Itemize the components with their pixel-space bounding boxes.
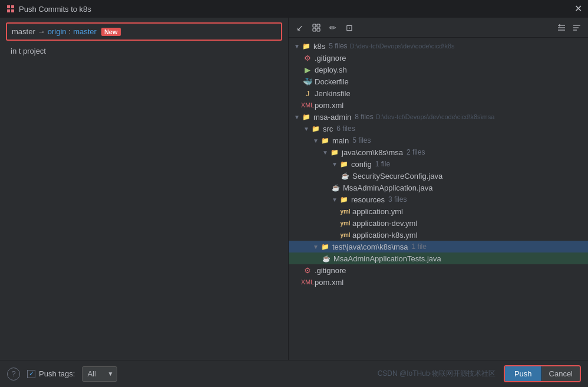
tree-file-gitignore-1[interactable]: ⚙ .gitignore [289, 52, 588, 64]
file-label: application-k8s.yml [352, 231, 418, 240]
tree-file-security[interactable]: ☕ SecuritySecureConfig.java [289, 170, 588, 182]
close-button[interactable]: ✕ [574, 4, 582, 14]
tree-file-jenkinsfile[interactable]: J Jenkinsfile [289, 87, 588, 99]
chevron-down-icon: ▼ [303, 125, 310, 132]
file-label: application-dev.yml [352, 219, 417, 228]
push-tags-text: Push tags: [39, 369, 75, 378]
watermark-text: CSDN @IoTHub·物联网开源技术社区 [378, 369, 495, 379]
folder-label: src [323, 124, 333, 133]
file-label: .gitignore [315, 54, 346, 63]
push-cancel-group: Push Cancel [504, 365, 581, 382]
svg-rect-6 [313, 28, 316, 31]
tree-folder-config[interactable]: ▼ 📁 config 1 file [289, 158, 588, 170]
left-panel: master → origin : master New in t projec… [0, 18, 289, 360]
folder-label: test\java\com\k8s\msa [332, 242, 408, 251]
sort-icon[interactable] [570, 21, 583, 34]
xml-icon: XML [303, 100, 312, 110]
folder-icon: 📁 [339, 195, 349, 204]
tree-folder-msa-admin[interactable]: ▼ 📁 msa-admin 8 files D:\dev-tct\Devops\… [289, 111, 588, 123]
folder-label: msa-admin [313, 113, 351, 122]
help-button[interactable]: ? [7, 368, 20, 381]
file-tree: ▼ 📁 k8s 5 files D:\dev-tct\Devops\dev\co… [289, 38, 588, 360]
checkbox-check-icon: ✓ [29, 370, 34, 378]
push-tags-dropdown[interactable]: All ▼ [82, 366, 117, 382]
folder-path: D:\dev-tct\Devops\dev\code\cicd\k8s [350, 42, 455, 50]
right-toolbar: ↙ ✏ ⊡ [289, 18, 588, 38]
svg-rect-2 [7, 9, 10, 12]
folder-meta: 1 file [412, 242, 427, 251]
file-label: SecuritySecureConfig.java [352, 172, 442, 181]
file-label: .gitignore [315, 266, 346, 275]
chevron-down-icon: ▼ [312, 137, 319, 144]
jenkins-icon: J [303, 88, 312, 98]
file-label: application.yml [352, 207, 403, 216]
yml-icon: yml [341, 206, 350, 216]
tree-file-pom-2[interactable]: XML pom.xml [289, 276, 588, 288]
bottom-left: ? ✓ Push tags: All ▼ [7, 366, 117, 382]
square-icon[interactable]: ⊡ [343, 21, 356, 34]
group-icon[interactable] [555, 21, 568, 34]
cancel-button[interactable]: Cancel [542, 366, 580, 381]
svg-rect-7 [317, 28, 320, 31]
toolbar-right [555, 21, 583, 34]
tree-folder-src[interactable]: ▼ 📁 src 6 files [289, 123, 588, 135]
dropdown-value: All [87, 369, 95, 378]
gitignore-icon: ⚙ [303, 53, 312, 63]
chevron-down-icon: ▼ [331, 196, 338, 203]
branch-to-link[interactable]: master [73, 27, 97, 36]
folder-meta: 3 files [388, 195, 407, 204]
folder-path: D:\dev-tct\Devops\dev\code\cicd\k8s\msa [376, 113, 495, 120]
folder-label: k8s [313, 42, 325, 51]
new-badge: New [101, 28, 121, 36]
push-tags-checkbox[interactable]: ✓ [27, 370, 35, 378]
tree-folder-resources[interactable]: ▼ 📁 resources 3 files [289, 194, 588, 205]
folder-meta: 8 files [355, 113, 373, 121]
grid-icon[interactable] [310, 21, 323, 34]
window-title: Push Commits to k8s [19, 5, 91, 14]
file-label: Jenkinsfile [315, 89, 351, 98]
bottom-bar: ? ✓ Push tags: All ▼ CSDN @IoTHub·物联网开源技… [0, 360, 588, 387]
svg-rect-1 [11, 5, 14, 8]
java-icon: ☕ [341, 171, 350, 181]
arrow-down-icon[interactable]: ↙ [293, 21, 306, 34]
left-content: master → origin : master New in t projec… [0, 18, 288, 360]
docker-icon: 🐳 [303, 77, 312, 86]
svg-rect-0 [7, 5, 10, 8]
folder-meta: 5 files [329, 42, 347, 50]
chevron-down-icon: ▼ [312, 243, 319, 250]
commit-text: in t project [11, 47, 46, 55]
folder-icon: 📁 [339, 159, 349, 169]
tree-folder-java-path[interactable]: ▼ 📁 java\com\k8s\msa 2 files [289, 146, 588, 158]
tree-folder-test[interactable]: ▼ 📁 test\java\com\k8s\msa 1 file [289, 241, 588, 252]
edit-icon[interactable]: ✏ [326, 21, 339, 34]
tree-file-gitignore-2[interactable]: ⚙ .gitignore [289, 264, 588, 276]
commit-row: in t project [6, 44, 282, 58]
tree-folder-k8s[interactable]: ▼ 📁 k8s 5 files D:\dev-tct\Devops\dev\co… [289, 40, 588, 52]
folder-label: main [332, 136, 349, 145]
branch-row: master → origin : master New [6, 22, 282, 41]
tree-file-msa-tests[interactable]: ☕ MsaAdminApplicationTests.java [289, 252, 588, 264]
tree-folder-main[interactable]: ▼ 📁 main 5 files [289, 135, 588, 146]
tree-file-msa-app[interactable]: ☕ MsaAdminApplication.java [289, 182, 588, 194]
tree-file-app-yml[interactable]: yml application.yml [289, 205, 588, 217]
tree-file-dockerfile[interactable]: 🐳 Dockerfile [289, 76, 588, 87]
app-icon [6, 4, 15, 14]
file-label: MsaAdminApplicationTests.java [333, 254, 441, 263]
java-icon: ☕ [322, 254, 331, 263]
gitignore-icon: ⚙ [303, 265, 312, 275]
right-panel: ↙ ✏ ⊡ [289, 18, 588, 360]
push-button[interactable]: Push [505, 366, 542, 381]
folder-label: java\com\k8s\msa [342, 148, 403, 157]
tree-file-app-dev-yml[interactable]: yml application-dev.yml [289, 217, 588, 229]
chevron-down-icon: ▼ [293, 113, 300, 120]
svg-rect-4 [313, 24, 316, 27]
tree-file-app-k8s-yml[interactable]: yml application-k8s.yml [289, 229, 588, 241]
remote-link[interactable]: origin [48, 27, 67, 36]
tree-file-pom-1[interactable]: XML pom.xml [289, 99, 588, 111]
folder-icon: 📁 [321, 242, 330, 251]
branch-from: master [12, 27, 35, 36]
folder-icon: 📁 [311, 124, 321, 133]
title-bar: Push Commits to k8s ✕ [0, 0, 588, 18]
folder-meta: 5 files [352, 136, 371, 145]
tree-file-deploy[interactable]: ▶ deploy.sh [289, 64, 588, 76]
